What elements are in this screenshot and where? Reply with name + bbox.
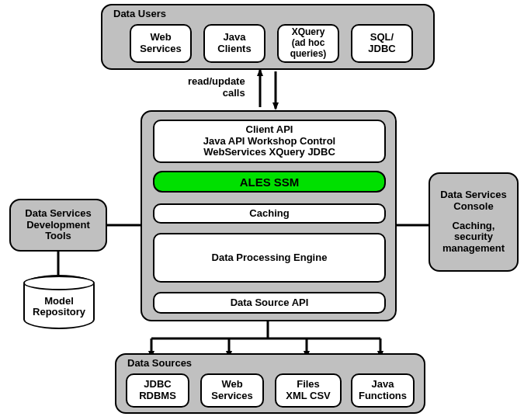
client-api-line3: WebServices XQuery JDBC [203, 147, 335, 158]
data-source-label: Files XML CSV [286, 379, 331, 402]
data-source-api-label: Data Source API [231, 297, 309, 309]
model-repository-cylinder: Model Repository [23, 275, 95, 329]
read-update-label: read/update calls [188, 76, 245, 99]
client-api-line2: Java API Workshop Control [203, 136, 335, 148]
data-user-label: XQuery (ad hoc queries) [290, 27, 327, 59]
dev-tools-panel: Data Services Development Tools [9, 199, 107, 252]
data-users-title: Data Users [113, 9, 166, 20]
engine-label: Data Processing Engine [212, 252, 328, 264]
engine-box: Data Processing Engine [153, 233, 386, 283]
data-source-label: Java Functions [359, 379, 407, 402]
console-panel: Data Services Console Caching, security … [429, 172, 519, 272]
caching-box: Caching [153, 203, 386, 224]
model-repository-label: Model Repository [25, 296, 93, 318]
data-source-files: Files XML CSV [275, 373, 342, 408]
data-user-sql-jdbc: SQL/ JDBC [351, 24, 413, 63]
data-source-label: Web Services [211, 379, 253, 402]
ales-ssm-box: ALES SSM [153, 171, 386, 193]
console-subtitle: Caching, security management [442, 220, 505, 255]
dev-tools-title: Data Services Development Tools [25, 208, 91, 243]
data-user-label: SQL/ JDBC [368, 32, 395, 55]
ales-ssm-label: ALES SSM [240, 175, 300, 189]
client-api-box: Client API Java API Workshop Control Web… [153, 120, 386, 163]
data-source-web-services: Web Services [200, 373, 264, 408]
caching-label: Caching [249, 208, 289, 220]
data-source-jdbc: JDBC RDBMS [126, 373, 189, 408]
data-source-label: JDBC RDBMS [139, 379, 176, 402]
data-source-api-box: Data Source API [153, 292, 386, 314]
console-title: Data Services Console [440, 189, 506, 213]
data-sources-title: Data Sources [127, 358, 192, 370]
data-user-xquery: XQuery (ad hoc queries) [277, 24, 339, 63]
core-panel: Client API Java API Workshop Control Web… [141, 110, 397, 321]
client-api-line1: Client API [246, 124, 293, 136]
data-sources-panel: Data Sources JDBC RDBMS Web Services Fil… [115, 353, 425, 414]
data-user-web-services: Web Services [130, 24, 192, 63]
data-user-label: Web Services [140, 32, 182, 55]
data-users-panel: Data Users Web Services Java Clients XQu… [101, 4, 435, 70]
data-user-label: Java Clients [217, 32, 251, 55]
data-user-java-clients: Java Clients [203, 24, 265, 63]
data-source-java-functions: Java Functions [351, 373, 415, 408]
